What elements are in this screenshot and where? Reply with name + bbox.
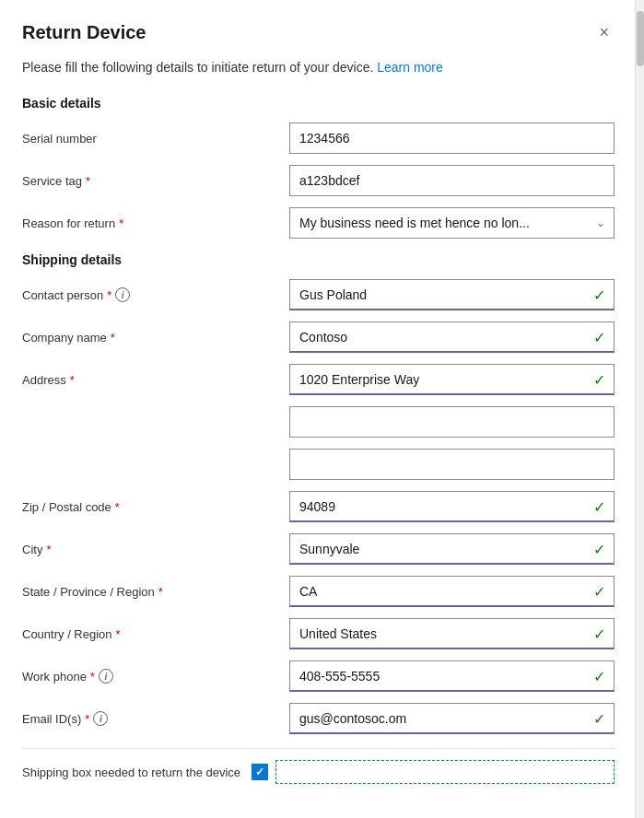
reason-select-display[interactable]: My business need is met hence no lon... bbox=[289, 207, 615, 239]
state-validated: ✓ bbox=[289, 576, 615, 607]
address-line3-field bbox=[289, 449, 615, 480]
country-validated: ✓ bbox=[289, 618, 615, 649]
contact-person-label: Contact person * i bbox=[22, 287, 289, 302]
shipping-box-row: Shipping box needed to return the device bbox=[22, 748, 615, 784]
service-tag-label: Service tag * bbox=[22, 174, 289, 188]
shipping-box-checkbox[interactable] bbox=[252, 764, 268, 780]
city-label: City * bbox=[22, 543, 289, 556]
serial-number-input[interactable] bbox=[289, 123, 615, 154]
zip-code-label: Zip / Postal code * bbox=[22, 500, 289, 514]
email-row: Email ID(s) * i ✓ bbox=[22, 702, 615, 735]
modal-header: Return Device × bbox=[22, 22, 615, 43]
shipping-box-label: Shipping box needed to return the device bbox=[22, 765, 240, 779]
address-line3-row bbox=[22, 448, 615, 481]
email-info-icon[interactable]: i bbox=[93, 711, 108, 726]
shipping-details-section: Shipping details bbox=[22, 252, 615, 267]
company-name-row: Company name * ✓ bbox=[22, 321, 615, 354]
contact-person-row: Contact person * i ✓ bbox=[22, 278, 615, 311]
zip-code-input[interactable] bbox=[289, 491, 615, 522]
work-phone-label: Work phone * i bbox=[22, 669, 289, 684]
city-required: * bbox=[46, 543, 51, 556]
work-phone-required: * bbox=[90, 670, 95, 684]
serial-number-field bbox=[289, 123, 615, 154]
company-name-label: Company name * bbox=[22, 331, 289, 345]
address-label: Address * bbox=[22, 373, 289, 387]
zip-required: * bbox=[115, 500, 120, 514]
serial-number-label: Serial number bbox=[22, 132, 289, 146]
modal-container: Return Device × Please fill the followin… bbox=[0, 0, 644, 818]
reason-required: * bbox=[119, 216, 123, 230]
work-phone-field: ✓ bbox=[289, 660, 615, 692]
address-row: Address * ✓ bbox=[22, 363, 615, 396]
contact-info-icon[interactable]: i bbox=[115, 287, 130, 302]
company-name-input[interactable] bbox=[289, 321, 615, 353]
address-line2-field bbox=[289, 406, 615, 438]
zip-code-field: ✓ bbox=[289, 491, 615, 522]
city-row: City * ✓ bbox=[22, 532, 615, 566]
reason-label: Reason for return * bbox=[22, 216, 289, 230]
email-label: Email ID(s) * i bbox=[22, 711, 289, 726]
shipping-box-dashed-area bbox=[275, 760, 615, 784]
zip-code-validated: ✓ bbox=[289, 491, 615, 522]
zip-code-row: Zip / Postal code * ✓ bbox=[22, 490, 615, 523]
close-button[interactable]: × bbox=[593, 22, 615, 42]
service-tag-required: * bbox=[86, 174, 90, 188]
scrollbar[interactable] bbox=[635, 0, 644, 818]
scrollbar-thumb[interactable] bbox=[637, 11, 644, 66]
address-validated: ✓ bbox=[289, 364, 615, 395]
country-input[interactable] bbox=[289, 618, 615, 649]
city-validated: ✓ bbox=[289, 533, 615, 565]
reason-for-return-row: Reason for return * My business need is … bbox=[22, 206, 615, 240]
contact-person-validated: ✓ bbox=[289, 279, 615, 310]
shipping-details-section-title: Shipping details bbox=[22, 252, 615, 267]
contact-required: * bbox=[107, 288, 111, 302]
address-required: * bbox=[70, 373, 75, 387]
country-label: Country / Region * bbox=[22, 627, 289, 641]
description-text: Please fill the following details to ini… bbox=[22, 58, 615, 77]
work-phone-validated: ✓ bbox=[289, 660, 615, 692]
modal-content: Return Device × Please fill the followin… bbox=[0, 0, 644, 818]
learn-more-link[interactable]: Learn more bbox=[377, 60, 443, 75]
state-input[interactable] bbox=[289, 576, 615, 607]
state-required: * bbox=[158, 585, 163, 599]
reason-select[interactable]: My business need is met hence no lon... … bbox=[289, 207, 615, 239]
email-validated: ✓ bbox=[289, 703, 615, 734]
state-label: State / Province / Region * bbox=[22, 585, 289, 599]
contact-person-input[interactable] bbox=[289, 279, 615, 310]
city-field: ✓ bbox=[289, 533, 615, 565]
company-name-field: ✓ bbox=[289, 321, 615, 353]
email-required: * bbox=[85, 712, 89, 726]
company-required: * bbox=[111, 331, 115, 345]
address-line2-row bbox=[22, 405, 615, 438]
country-field: ✓ bbox=[289, 618, 615, 649]
serial-number-row: Serial number bbox=[22, 122, 615, 155]
email-input[interactable] bbox=[289, 703, 615, 734]
service-tag-input[interactable] bbox=[289, 165, 615, 196]
address-field: ✓ bbox=[289, 364, 615, 395]
service-tag-field bbox=[289, 165, 615, 196]
work-phone-row: Work phone * i ✓ bbox=[22, 660, 615, 693]
contact-person-field: ✓ bbox=[289, 279, 615, 310]
city-input[interactable] bbox=[289, 533, 615, 565]
reason-field: My business need is met hence no lon... … bbox=[289, 207, 615, 239]
address-line3-input[interactable] bbox=[289, 449, 615, 480]
state-field: ✓ bbox=[289, 576, 615, 607]
modal-title: Return Device bbox=[22, 22, 146, 43]
work-phone-info-icon[interactable]: i bbox=[99, 669, 113, 684]
email-field: ✓ bbox=[289, 703, 615, 734]
state-row: State / Province / Region * ✓ bbox=[22, 575, 615, 608]
work-phone-input[interactable] bbox=[289, 660, 615, 692]
address-line2-input[interactable] bbox=[289, 406, 615, 438]
address-input[interactable] bbox=[289, 364, 615, 395]
basic-details-section-title: Basic details bbox=[22, 96, 615, 111]
country-required: * bbox=[116, 627, 121, 641]
service-tag-row: Service tag * bbox=[22, 164, 615, 197]
company-name-validated: ✓ bbox=[289, 321, 615, 353]
country-row: Country / Region * ✓ bbox=[22, 617, 615, 650]
